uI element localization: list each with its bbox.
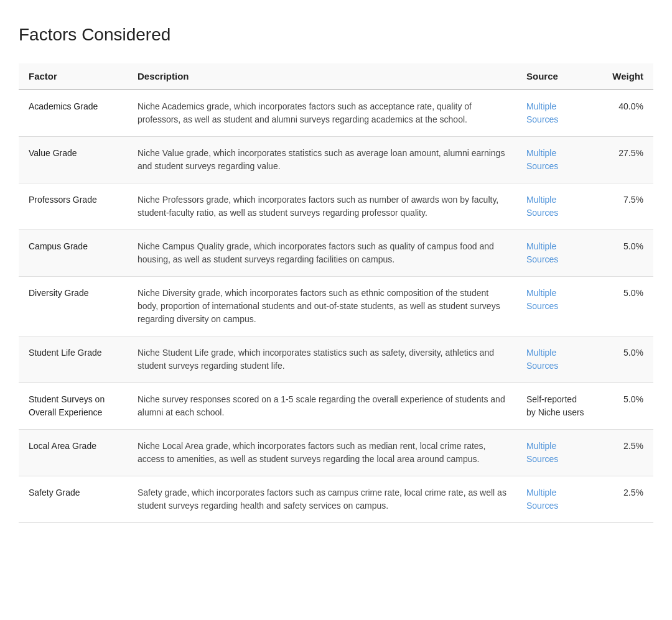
description-cell: Niche Academics grade, which incorporate… — [128, 90, 516, 137]
weight-cell: 40.0% — [597, 90, 653, 137]
factor-cell: Student Surveys on Overall Experience — [19, 383, 128, 430]
source-cell[interactable]: Multiple Sources — [516, 430, 597, 476]
header-source: Source — [516, 63, 597, 90]
factor-cell: Campus Grade — [19, 230, 128, 277]
factor-cell: Value Grade — [19, 137, 128, 183]
source-cell[interactable]: Multiple Sources — [516, 476, 597, 523]
source-link[interactable]: Multiple Sources — [526, 441, 558, 464]
description-cell: Niche survey responses scored on a 1-5 s… — [128, 383, 516, 430]
table-row: Student Life GradeNiche Student Life gra… — [19, 336, 653, 383]
weight-cell: 5.0% — [597, 230, 653, 277]
source-link[interactable]: Multiple Sources — [526, 241, 558, 264]
weight-cell: 5.0% — [597, 277, 653, 336]
source-cell[interactable]: Multiple Sources — [516, 336, 597, 383]
table-row: Local Area GradeNiche Local Area grade, … — [19, 430, 653, 476]
page-title: Factors Considered — [19, 25, 653, 45]
factor-cell: Student Life Grade — [19, 336, 128, 383]
source-cell[interactable]: Multiple Sources — [516, 230, 597, 277]
description-cell: Niche Local Area grade, which incorporat… — [128, 430, 516, 476]
description-cell: Niche Student Life grade, which incorpor… — [128, 336, 516, 383]
source-link[interactable]: Multiple Sources — [526, 488, 558, 511]
weight-cell: 7.5% — [597, 183, 653, 230]
source-link[interactable]: Multiple Sources — [526, 348, 558, 371]
source-cell[interactable]: Multiple Sources — [516, 137, 597, 183]
source-link[interactable]: Multiple Sources — [526, 148, 558, 171]
source-cell[interactable]: Multiple Sources — [516, 90, 597, 137]
description-cell: Niche Campus Quality grade, which incorp… — [128, 230, 516, 277]
factor-cell: Professors Grade — [19, 183, 128, 230]
source-cell: Self-reported by Niche users — [516, 383, 597, 430]
weight-cell: 5.0% — [597, 336, 653, 383]
weight-cell: 27.5% — [597, 137, 653, 183]
table-row: Academics GradeNiche Academics grade, wh… — [19, 90, 653, 137]
source-cell[interactable]: Multiple Sources — [516, 277, 597, 336]
table-header-row: Factor Description Source Weight — [19, 63, 653, 90]
weight-cell: 5.0% — [597, 383, 653, 430]
factor-cell: Academics Grade — [19, 90, 128, 137]
table-row: Safety GradeSafety grade, which incorpor… — [19, 476, 653, 523]
description-cell: Safety grade, which incorporates factors… — [128, 476, 516, 523]
table-row: Campus GradeNiche Campus Quality grade, … — [19, 230, 653, 277]
factor-cell: Safety Grade — [19, 476, 128, 523]
table-row: Student Surveys on Overall ExperienceNic… — [19, 383, 653, 430]
source-cell[interactable]: Multiple Sources — [516, 183, 597, 230]
weight-cell: 2.5% — [597, 476, 653, 523]
table-row: Value GradeNiche Value grade, which inco… — [19, 137, 653, 183]
factors-table: Factor Description Source Weight Academi… — [19, 63, 653, 523]
header-factor: Factor — [19, 63, 128, 90]
source-link[interactable]: Multiple Sources — [526, 101, 558, 124]
source-link[interactable]: Multiple Sources — [526, 195, 558, 218]
header-description: Description — [128, 63, 516, 90]
table-row: Diversity GradeNiche Diversity grade, wh… — [19, 277, 653, 336]
factor-cell: Local Area Grade — [19, 430, 128, 476]
description-cell: Niche Value grade, which incorporates st… — [128, 137, 516, 183]
description-cell: Niche Diversity grade, which incorporate… — [128, 277, 516, 336]
header-weight: Weight — [597, 63, 653, 90]
factor-cell: Diversity Grade — [19, 277, 128, 336]
weight-cell: 2.5% — [597, 430, 653, 476]
description-cell: Niche Professors grade, which incorporat… — [128, 183, 516, 230]
source-link[interactable]: Multiple Sources — [526, 288, 558, 311]
table-row: Professors GradeNiche Professors grade, … — [19, 183, 653, 230]
